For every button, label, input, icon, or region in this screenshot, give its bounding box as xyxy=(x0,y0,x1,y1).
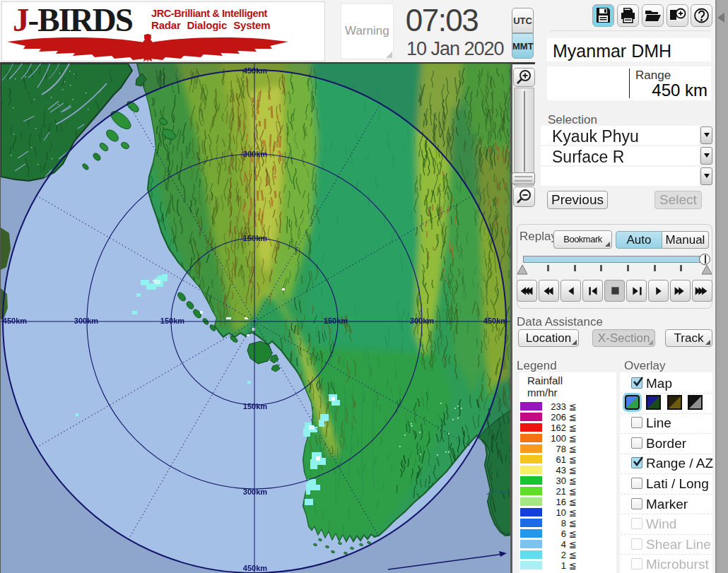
svg-text:450km: 450km xyxy=(243,66,267,75)
svg-text:300km: 300km xyxy=(243,150,267,158)
svg-text:300km: 300km xyxy=(410,317,434,325)
svg-text:300km: 300km xyxy=(74,317,98,325)
svg-text:150km: 150km xyxy=(243,402,267,410)
svg-text:150km: 150km xyxy=(324,317,348,325)
svg-text:450km: 450km xyxy=(243,564,267,572)
svg-text:150km: 150km xyxy=(160,317,184,325)
svg-text:150km: 150km xyxy=(243,234,267,242)
svg-text:450km: 450km xyxy=(3,317,27,325)
svg-text:300km: 300km xyxy=(243,488,267,496)
svg-text:450km: 450km xyxy=(483,317,507,325)
